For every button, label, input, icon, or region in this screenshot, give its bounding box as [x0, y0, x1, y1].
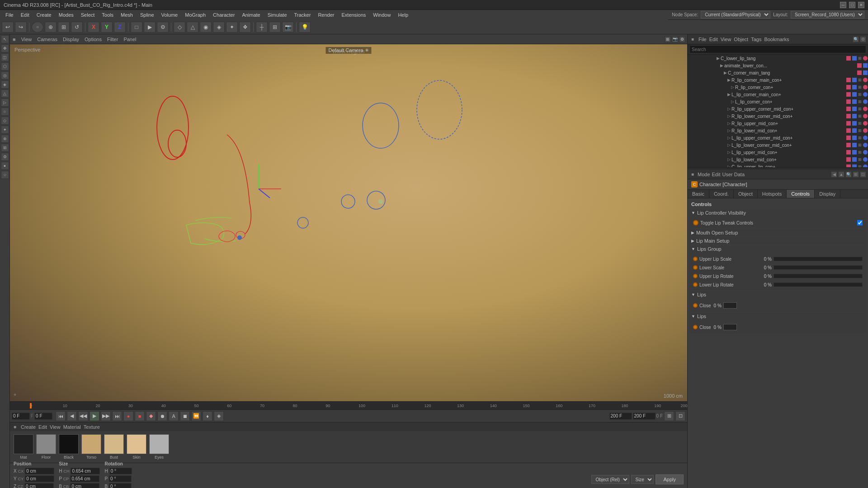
maximize-button[interactable]: □ — [849, 2, 855, 8]
tab-basic[interactable]: Basic — [688, 190, 709, 198]
lips-close-header-1[interactable]: ▼ Lips — [689, 291, 866, 298]
props-link-btn[interactable]: ⊞ — [853, 171, 859, 178]
undo-button[interactable]: ↩ — [2, 22, 14, 33]
close-button[interactable]: ✕ — [858, 2, 864, 8]
tool-5[interactable]: △ — [1, 89, 9, 98]
timeline-ruler[interactable]: 0 10 20 30 40 50 60 70 80 90 100 110 120… — [10, 401, 687, 409]
tree-item-2[interactable]: ▶ C_corner_main_tang — [688, 69, 868, 76]
tab-object[interactable]: Object — [734, 190, 758, 198]
live-select-button[interactable]: ○ — [32, 22, 43, 33]
mat-swatch-bust[interactable]: Bust — [104, 434, 124, 460]
viewport-camera-btn[interactable]: 📷 — [672, 36, 678, 42]
mat-swatch-torso[interactable]: Torso — [81, 434, 101, 460]
rotate-button[interactable]: ↺ — [71, 22, 83, 33]
extra-btn1[interactable]: ⊞ — [664, 411, 674, 421]
menu-render[interactable]: Render — [314, 11, 338, 19]
menu-extensions[interactable]: Extensions — [338, 11, 369, 19]
tool-2[interactable]: ⬡ — [1, 62, 9, 70]
menu-mesh[interactable]: Mesh — [117, 11, 137, 19]
panel-object-btn[interactable]: Object — [734, 37, 748, 42]
close-input-2[interactable] — [723, 324, 737, 330]
upper-lip-rotate-radio[interactable] — [693, 274, 698, 278]
mat-swatch-skin[interactable]: Skin — [127, 434, 146, 460]
menu-edit[interactable]: Edit — [17, 11, 33, 19]
keyframe-button[interactable]: ◆ — [146, 411, 156, 421]
tree-item-15[interactable]: ▷ C_lip_upper_lip_con+ ⊞ — [688, 163, 868, 168]
viewport[interactable]: ⌖ Perspective Default Camera ✳ 1000 cm w… — [10, 44, 687, 401]
play-rev-button[interactable]: ◀◀ — [78, 411, 88, 421]
viewport-tab-view[interactable]: View — [19, 36, 35, 43]
mat-menu-btn[interactable]: ■ — [12, 424, 18, 430]
menu-simulate[interactable]: Simulate — [264, 11, 291, 19]
menu-modes[interactable]: Modes — [55, 11, 77, 19]
mat-swatch-black[interactable]: Black — [59, 434, 79, 460]
render-settings-button[interactable]: ⚙ — [157, 22, 169, 33]
lips-group-header[interactable]: ▼ Lips Group — [689, 245, 866, 253]
tree-item-12[interactable]: ▷ L_lip_lower_corner_mid_con+ ⊞ — [688, 141, 868, 149]
go-start-button[interactable]: ⏮ — [56, 411, 66, 421]
tree-item-14[interactable]: ▷ L_lip_lower_mid_con+ ⊞ — [688, 156, 868, 163]
viewport-tab-display[interactable]: Display — [60, 36, 82, 43]
menu-character[interactable]: Character — [209, 11, 238, 19]
viewport-tab-filter[interactable]: Filter — [104, 36, 121, 43]
menu-animate[interactable]: Animate — [238, 11, 264, 19]
mat-edit-btn[interactable]: Edit — [38, 424, 47, 430]
minimize-button[interactable]: ─ — [840, 2, 846, 8]
tree-item-8[interactable]: ▷ R_lip_lower_corner_mid_con+ ⊞ — [688, 113, 868, 120]
panel-file-btn[interactable]: File — [698, 37, 707, 42]
upper-lip-scale-radio[interactable] — [693, 257, 698, 261]
panel-bookmarks-btn[interactable]: Bookmarks — [764, 37, 789, 42]
tool-move[interactable]: ✥ — [1, 44, 9, 52]
panel-filter-icon[interactable]: ⚙ — [860, 36, 866, 42]
close-radio-2[interactable] — [693, 325, 698, 329]
tree-item-10[interactable]: ▷ R_lip_lower_mid_con+ ⊞ — [688, 127, 868, 134]
menu-mograph[interactable]: MoGraph — [181, 11, 209, 19]
menu-file[interactable]: File — [2, 11, 17, 19]
render-region-button[interactable]: □ — [131, 22, 142, 33]
tool-13[interactable]: ● — [1, 162, 9, 170]
timeline-btn3[interactable]: ⏪ — [191, 411, 201, 421]
play-fwd-button[interactable]: ▶ — [90, 411, 99, 421]
props-fwd-btn[interactable]: ▲ — [838, 171, 844, 178]
menu-tools[interactable]: Tools — [98, 11, 117, 19]
record-button[interactable]: ⏺ — [157, 411, 167, 421]
tool-12[interactable]: ⚙ — [1, 153, 9, 161]
fps-end-input[interactable] — [633, 413, 656, 420]
menu-tracker[interactable]: Tracker — [291, 11, 315, 19]
mat-view-btn[interactable]: View — [50, 424, 61, 430]
menu-help[interactable]: Help — [394, 11, 412, 19]
panel-menu-btn[interactable]: ■ — [689, 36, 696, 42]
prev-frame-button[interactable]: ◀ — [67, 411, 77, 421]
menu-create[interactable]: Create — [33, 11, 55, 19]
tree-item-6[interactable]: ▷ L_lip_corner_con+ ⊞ — [688, 98, 868, 105]
extra-btn2[interactable]: ⊡ — [675, 411, 685, 421]
menu-window[interactable]: Window — [369, 11, 394, 19]
upper-lip-scale-slider[interactable] — [774, 257, 863, 261]
pos-z-input[interactable] — [24, 483, 54, 488]
mat-texture-btn[interactable]: Texture — [84, 424, 100, 430]
props-back-btn[interactable]: ◀ — [831, 171, 837, 178]
viewport-tab-panel[interactable]: Panel — [121, 36, 139, 43]
toggle-checkbox[interactable] — [857, 220, 863, 225]
mat-swatch-eyes[interactable]: Eyes — [149, 434, 169, 460]
tool-14[interactable]: ☆ — [1, 171, 9, 179]
size-p-input[interactable] — [70, 475, 99, 482]
tree-item-0[interactable]: ▶ C_lower_lip_tang ⊞ — [688, 55, 868, 62]
lips-close-header-2[interactable]: ▼ Lips — [689, 313, 866, 320]
tool-6[interactable]: ▷ — [1, 99, 9, 107]
x-axis-button[interactable]: X — [88, 22, 99, 33]
timeline-btn4[interactable]: ♦ — [203, 411, 212, 421]
tool-4[interactable]: ◈ — [1, 80, 9, 89]
lower-scale-radio[interactable] — [693, 265, 698, 270]
play-button[interactable]: ▶ — [144, 22, 156, 33]
tree-item-5[interactable]: ▶ L_lip_corner_main_con+ ⊞ — [688, 91, 868, 98]
lip-controller-header[interactable]: ▼ Lip Controller Visibility — [689, 209, 866, 216]
props-mode-btn[interactable]: Mode — [698, 172, 710, 177]
mat-swatch-mat[interactable]: Mat — [14, 434, 33, 460]
close-input-1[interactable] — [723, 302, 737, 309]
tree-item-4[interactable]: ▷ R_lip_corner_con+ ⊞ — [688, 84, 868, 91]
scene-btn[interactable]: ◈ — [213, 22, 225, 33]
tree-item-3[interactable]: ▶ R_lip_corner_main_con+ ⊞ — [688, 76, 868, 84]
fps-start-input[interactable] — [609, 413, 632, 420]
move-button[interactable]: ⊕ — [45, 22, 57, 33]
